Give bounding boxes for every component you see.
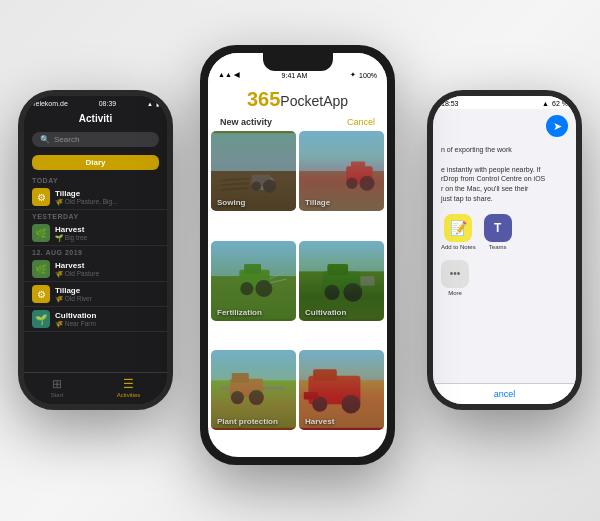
notch [263,53,333,71]
activity-sub: 🌾 Old River [55,295,159,303]
svg-rect-38 [299,353,384,381]
list-item[interactable]: 🌱 Cultivation 🌾 Near Farm [24,307,167,332]
cancel-button[interactable]: Cancel [347,117,375,127]
activity-icon: 🌱 [32,310,50,328]
activity-icon: 🌿 [32,224,50,242]
more-button[interactable]: ••• More [441,260,469,296]
scene: Telekom.de 08:39 ▲ ▮ Activiti 🔍 Search [0,0,600,521]
title-pocket: Pocket [280,93,323,109]
center-bt-icon: ✦ [350,71,356,79]
list-item[interactable]: 🌿 Harvest 🌱 Big tree [24,221,167,246]
sowing-image [211,131,296,211]
title-app: App [323,93,348,109]
left-wifi-icon: ▲ [147,101,153,107]
svg-rect-25 [323,271,361,292]
svg-rect-23 [299,243,384,271]
left-time: 08:39 [99,100,117,107]
activity-icon: ⚙ [32,188,50,206]
more-icons: ••• More [441,260,568,296]
plant-protection-label: Plant protection [217,417,278,426]
yesterday-section-label: YESTERDAY [24,210,167,221]
left-battery-icon: ▮ [156,100,159,107]
teams-button[interactable]: T Teams [484,214,512,250]
svg-rect-1 [211,133,296,171]
svg-rect-15 [211,243,296,276]
center-phone: ▲▲ ◀ 9:41 AM ✦ 100% 365 Pocket App New a… [200,45,395,465]
right-signal-icon: ▲ [542,100,549,107]
harvest-label: Harvest [305,417,334,426]
left-bottom-tabs: ⊞ Start ☰ Activities [24,372,167,404]
svg-line-8 [220,188,248,190]
activity-sub: 🌱 Big tree [55,234,159,242]
list-item[interactable]: 🌿 Harvest 🌾 Old Pasture [24,257,167,282]
svg-rect-16 [211,276,296,319]
grid-cell-sowing[interactable]: Sowing [211,131,296,211]
tillage2-icon: ⚙ [37,289,46,300]
left-carrier: Telekom.de [32,100,68,107]
fertilization-image [211,241,296,321]
search-placeholder: Search [54,135,79,144]
grid-cell-plant-protection[interactable]: Plant protection [211,350,296,430]
right-time: 18:53 [441,100,459,107]
right-phone: 18:53 ▲ 62 % ➤ n of exporting the work e… [427,90,582,410]
diary-button[interactable]: Diary [32,155,159,170]
activity-title: Harvest [55,261,159,270]
plant-protection-image [211,350,296,430]
svg-rect-31 [211,381,296,428]
activity-title: Cultivation [55,311,159,320]
svg-line-7 [220,183,248,185]
svg-line-22 [270,279,287,283]
harvest-image [299,350,384,430]
fertilization-label: Fertilization [217,308,262,317]
svg-rect-3 [252,175,271,186]
today-section-label: TODAY [24,174,167,185]
svg-rect-12 [351,162,365,170]
activity-icon: ⚙ [32,285,50,303]
title-365: 365 [247,88,280,111]
app-title: 365 Pocket App [220,88,375,111]
sowing-label: Sowing [217,198,245,207]
cancel-label: ancel [494,389,516,399]
svg-point-19 [240,282,253,295]
notes-icon: 📝 [444,214,472,242]
svg-line-6 [220,179,248,181]
svg-point-13 [346,178,357,189]
svg-point-43 [342,395,361,414]
list-item[interactable]: ⚙ Tillage 🌾 Old Pasture, Big... [24,185,167,210]
tab-activities-label: Activities [117,392,141,398]
center-nav: New activity Cancel [208,115,387,131]
tillage-label: Tillage [305,198,330,207]
svg-rect-41 [313,370,337,381]
grid-cell-tillage[interactable]: Tillage [299,131,384,211]
cancel-bar[interactable]: ancel [433,383,576,404]
svg-rect-10 [299,171,384,209]
center-header: 365 Pocket App [208,82,387,115]
grid-cell-fertilization[interactable]: Fertilization [211,241,296,321]
add-to-notes-button[interactable]: 📝 Add to Notes [441,214,476,250]
svg-point-35 [249,390,264,405]
right-share-content: ➤ n of exporting the work e instantly wi… [433,109,576,383]
svg-line-21 [270,271,285,279]
svg-point-4 [252,181,261,190]
teams-icon: T [484,214,512,242]
svg-rect-11 [346,166,372,183]
start-icon: ⊞ [52,377,62,391]
grid-cell-harvest[interactable]: Harvest [299,350,384,430]
new-activity-label: New activity [220,117,272,127]
grid-cell-cultivation[interactable]: Cultivation [299,241,384,321]
left-status-bar: Telekom.de 08:39 ▲ ▮ [24,96,167,109]
svg-rect-26 [327,264,348,275]
list-item[interactable]: ⚙ Tillage 🌾 Old River [24,282,167,307]
tab-activities[interactable]: ☰ Activities [117,377,141,398]
svg-point-27 [325,284,340,299]
search-input[interactable]: 🔍 Search [32,132,159,147]
svg-point-28 [343,283,362,302]
send-button[interactable]: ➤ [546,115,568,137]
left-header: Activiti [24,109,167,128]
tillage-image [299,131,384,211]
tab-start[interactable]: ⊞ Start [51,377,64,398]
left-search-area: 🔍 Search [24,128,167,151]
svg-rect-44 [304,392,318,400]
svg-point-14 [359,176,374,191]
cultivation-icon: 🌱 [35,314,47,325]
